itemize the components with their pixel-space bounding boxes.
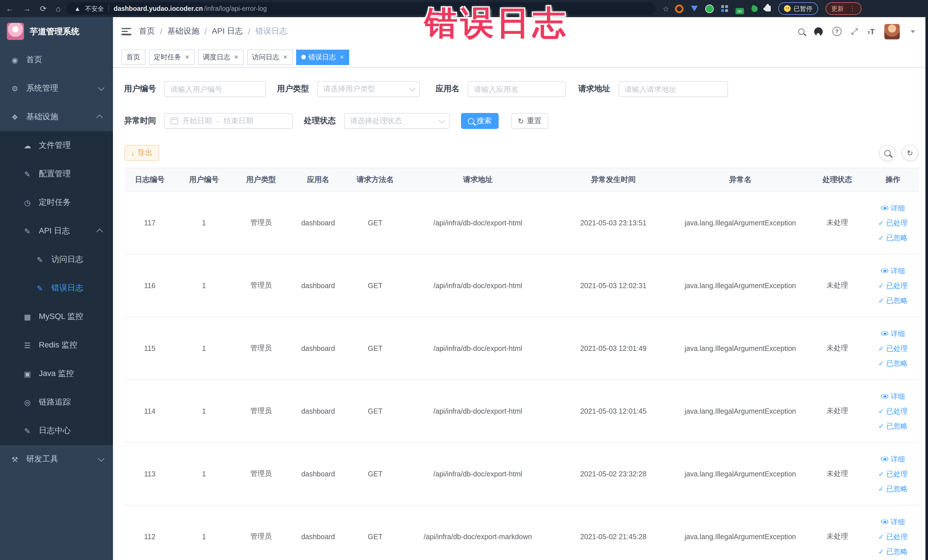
sidebar-item-config-mgmt[interactable]: ✎配置管理 xyxy=(0,160,113,188)
sidebar-item-label: 定时任务 xyxy=(39,197,71,208)
sidebar-item-infrastructure[interactable]: ❖基础设施 xyxy=(0,103,113,131)
close-icon[interactable]: × xyxy=(340,53,344,61)
close-icon[interactable]: × xyxy=(234,53,238,61)
kebab-menu-icon[interactable]: ⋮ xyxy=(849,5,856,12)
browser-forward-icon[interactable]: → xyxy=(23,4,31,13)
sidebar-item-api-log[interactable]: ✎API 日志 xyxy=(0,217,113,245)
action-processed-link[interactable]: ✓已处理 xyxy=(878,529,907,544)
eye-icon xyxy=(881,457,888,461)
extension-green-icon[interactable] xyxy=(705,4,714,13)
sidebar-item-redis-monitor[interactable]: ☰Redis 监控 xyxy=(0,331,113,359)
hamburger-icon[interactable] xyxy=(121,27,131,35)
action-processed-link[interactable]: ✓已处理 xyxy=(878,278,907,293)
browser-back-icon[interactable]: ← xyxy=(6,4,14,13)
table-toolbar: ↓ 导出 ↻ xyxy=(124,145,919,161)
extension-leaf-icon[interactable] xyxy=(751,5,759,12)
cell-exception: java.lang.IllegalArgumentException xyxy=(675,505,806,560)
font-size-icon[interactable]: тT xyxy=(867,27,875,36)
cell-app: dashboard xyxy=(290,443,346,505)
sidebar-item-label: Java 监控 xyxy=(39,369,74,379)
filter-row-1: 用户编号 用户类型 请选择用户类型 应用名 请求地址 xyxy=(124,81,919,97)
reset-button[interactable]: ↻ 重置 xyxy=(511,113,549,129)
action-ignored-link[interactable]: ✓已忽略 xyxy=(878,356,907,371)
user-type-label: 用户类型 xyxy=(277,84,309,94)
action-ignored-link[interactable]: ✓已忽略 xyxy=(878,418,907,433)
extension-orange-icon[interactable] xyxy=(675,4,684,13)
user-avatar[interactable] xyxy=(884,24,900,39)
sidebar-item-system-mgmt[interactable]: ⚙系统管理 xyxy=(0,74,113,103)
edit-icon: ✎ xyxy=(23,170,32,178)
chevron-up-icon xyxy=(96,229,103,235)
cell-url: /api/infra/db-doc/export-html xyxy=(404,380,552,442)
tab-调度日志[interactable]: 调度日志× xyxy=(198,49,243,65)
sidebar-item-scheduled-jobs[interactable]: ◷定时任务 xyxy=(0,188,113,217)
browser-update-button[interactable]: 更新 ⋮ xyxy=(826,2,862,15)
cell-app: dashboard xyxy=(290,380,346,442)
process-status-select[interactable]: 请选择处理状态 xyxy=(344,113,449,129)
sidebar-item-mysql-monitor[interactable]: ▦MySQL 监控 xyxy=(0,302,113,331)
refresh-table-button[interactable]: ↻ xyxy=(902,145,918,161)
extension-grid-icon[interactable] xyxy=(721,5,724,8)
action-processed-link[interactable]: ✓已处理 xyxy=(878,404,907,418)
sidebar-item-error-log[interactable]: ✎错误日志 xyxy=(0,274,113,302)
action-detail-link[interactable]: 详细 xyxy=(881,201,905,215)
search-icon[interactable] xyxy=(798,28,804,35)
extension-shield-icon[interactable] xyxy=(691,6,698,11)
sidebar-item-java-monitor[interactable]: ▣Java 监控 xyxy=(0,359,113,388)
action-detail-link[interactable]: 详细 xyxy=(881,326,905,341)
action-ignored-link[interactable]: ✓已忽略 xyxy=(878,293,907,308)
help-icon[interactable]: ? xyxy=(832,27,841,36)
github-icon[interactable] xyxy=(814,27,823,36)
action-detail-link[interactable]: 详细 xyxy=(881,514,905,529)
action-detail-link[interactable]: 详细 xyxy=(881,263,905,278)
sidebar-item-file-mgmt[interactable]: ☁文件管理 xyxy=(0,131,113,160)
breadcrumb-item[interactable]: API 日志 xyxy=(212,26,243,37)
screen: ← → ⟳ ⌂ ▲ 不安全 dashboard.yudao.iocoder.cn… xyxy=(0,0,928,560)
extension-on-badge[interactable]: on xyxy=(736,8,744,14)
action-ignored-link[interactable]: ✓已忽略 xyxy=(878,481,907,496)
cell-actions: 详细✓已处理✓已忽略 xyxy=(868,255,917,317)
sidebar-item-dev-tools[interactable]: ⚒研发工具 xyxy=(0,445,113,473)
cell-actions: 详细✓已处理✓已忽略 xyxy=(868,317,917,379)
action-detail-link[interactable]: 详细 xyxy=(881,452,905,467)
close-icon[interactable]: × xyxy=(185,53,189,61)
active-dot-icon xyxy=(301,55,305,60)
tab-访问日志[interactable]: 访问日志× xyxy=(247,49,292,65)
bookmark-star-icon[interactable]: ☆ xyxy=(662,4,669,13)
search-button[interactable]: 搜索 xyxy=(461,113,498,129)
breadcrumb-item[interactable]: 首页 xyxy=(139,26,155,37)
toggle-search-button[interactable] xyxy=(879,145,895,161)
app-name-input[interactable] xyxy=(467,81,566,97)
sidebar-item-log-center[interactable]: ✎日志中心 xyxy=(0,417,113,445)
browser-home-icon[interactable]: ⌂ xyxy=(56,4,61,13)
export-button[interactable]: ↓ 导出 xyxy=(124,145,159,161)
cell-id: 116 xyxy=(124,255,176,317)
sidebar-item-access-log[interactable]: ✎访问日志 xyxy=(0,245,113,274)
app-logo[interactable]: 芋道管理系统 xyxy=(0,17,113,46)
chevron-down-icon[interactable] xyxy=(911,30,915,33)
action-detail-link[interactable]: 详细 xyxy=(881,389,905,404)
exception-time-range-picker[interactable]: 开始日期 - 结束日期 xyxy=(164,113,292,129)
emoji-face-icon xyxy=(784,5,791,12)
user-type-select[interactable]: 请选择用户类型 xyxy=(317,81,420,97)
tab-错误日志[interactable]: 错误日志× xyxy=(296,49,349,65)
profile-paused-pill[interactable]: 已暂停 xyxy=(778,2,818,15)
user-id-input[interactable] xyxy=(164,81,266,97)
user-id-label: 用户编号 xyxy=(124,84,156,94)
action-processed-link[interactable]: ✓已处理 xyxy=(878,341,907,356)
tab-定时任务[interactable]: 定时任务× xyxy=(149,49,194,65)
fullscreen-icon[interactable]: ⤢ xyxy=(851,26,858,37)
sidebar-item-home[interactable]: ◉首页 xyxy=(0,46,113,74)
sidebar-item-trace[interactable]: ◎链路追踪 xyxy=(0,388,113,417)
breadcrumb-item[interactable]: 基础设施 xyxy=(168,26,199,37)
request-url-input[interactable] xyxy=(618,81,728,97)
action-ignored-link[interactable]: ✓已忽略 xyxy=(878,544,907,559)
action-ignored-link[interactable]: ✓已忽略 xyxy=(878,230,907,245)
action-processed-link[interactable]: ✓已处理 xyxy=(878,215,907,230)
table-body: 1171管理员dashboardGET/api/infra/db-doc/exp… xyxy=(124,192,919,560)
browser-reload-icon[interactable]: ⟳ xyxy=(40,4,46,13)
action-processed-link[interactable]: ✓已处理 xyxy=(878,467,907,481)
extensions-puzzle-icon[interactable] xyxy=(765,6,771,11)
tab-首页[interactable]: 首页 xyxy=(121,49,145,65)
close-icon[interactable]: × xyxy=(283,53,287,61)
